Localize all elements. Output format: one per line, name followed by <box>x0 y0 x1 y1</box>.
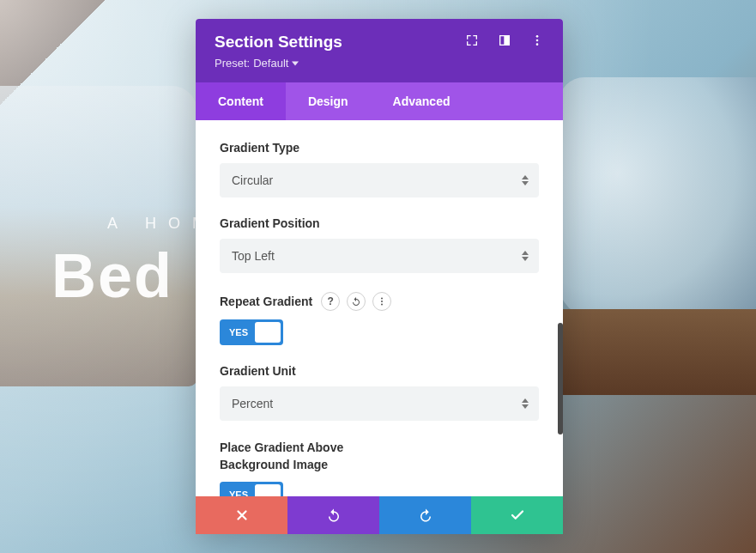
label-gradient-unit-text: Gradient Unit <box>220 364 296 378</box>
preset-dropdown[interactable]: Preset: Default <box>215 57 299 70</box>
modal-title-row: Section Settings <box>215 33 544 52</box>
svg-point-2 <box>536 43 539 46</box>
toggle-place-above-label: YES <box>222 489 255 496</box>
scrollbar-thumb[interactable] <box>558 323 563 434</box>
svg-point-4 <box>381 301 383 302</box>
tab-design[interactable]: Design <box>286 82 371 120</box>
label-gradient-type-text: Gradient Type <box>220 141 299 155</box>
toggle-repeat-gradient[interactable]: YES <box>220 319 283 345</box>
field-repeat-gradient: Repeat Gradient ? YES <box>220 292 539 345</box>
redo-icon <box>418 507 433 523</box>
check-icon <box>510 507 525 523</box>
label-place-above-line2: Background Image <box>220 457 539 474</box>
redo-button[interactable] <box>379 496 471 534</box>
svg-point-3 <box>381 298 383 300</box>
modal-title: Section Settings <box>215 33 342 52</box>
cancel-button[interactable] <box>196 496 287 534</box>
select-gradient-unit-value: Percent <box>232 397 273 410</box>
toggle-repeat-gradient-label: YES <box>222 327 255 337</box>
modal-body: Gradient Type Circular Gradient Position… <box>196 120 563 496</box>
tab-advanced[interactable]: Advanced <box>371 82 473 120</box>
field-place-above: Place Gradient Above Background Image YE… <box>220 440 539 496</box>
label-place-above: Place Gradient Above Background Image <box>220 440 539 473</box>
modal-tabs: Content Design Advanced <box>196 82 563 120</box>
field-gradient-position: Gradient Position Top Left <box>220 216 539 273</box>
select-gradient-unit[interactable]: Percent <box>220 386 539 421</box>
label-repeat-gradient: Repeat Gradient ? <box>220 292 539 311</box>
kebab-menu-icon[interactable] <box>372 292 391 311</box>
save-button[interactable] <box>471 496 563 534</box>
svg-point-0 <box>536 35 539 38</box>
undo-icon <box>326 507 342 523</box>
label-repeat-gradient-icons: ? <box>321 292 391 311</box>
modal-header: Section Settings Preset: Default <box>196 19 563 82</box>
toggle-place-above[interactable]: YES <box>220 482 283 496</box>
modal-footer <box>196 496 563 534</box>
help-icon[interactable]: ? <box>321 292 340 311</box>
select-arrows-icon <box>522 398 529 410</box>
modal-header-icons <box>465 33 544 51</box>
caret-down-icon <box>292 60 299 67</box>
preset-prefix: Preset: <box>215 57 250 70</box>
app-stage: A HOM Bed Section Settings Preset: Defau… <box>0 0 756 553</box>
select-gradient-position-value: Top Left <box>232 249 275 263</box>
toggle-knob <box>255 322 281 343</box>
label-gradient-position-text: Gradient Position <box>220 216 320 230</box>
bg-headline: Bed <box>51 240 173 311</box>
field-gradient-type: Gradient Type Circular <box>220 141 539 198</box>
label-place-above-line1: Place Gradient Above <box>220 440 539 457</box>
label-gradient-type: Gradient Type <box>220 141 539 155</box>
svg-point-1 <box>536 40 539 42</box>
svg-point-5 <box>381 304 383 306</box>
select-gradient-position[interactable]: Top Left <box>220 239 539 273</box>
undo-button[interactable] <box>287 496 379 534</box>
kebab-menu-icon[interactable] <box>530 33 544 51</box>
toggle-knob <box>255 484 281 496</box>
reset-icon[interactable] <box>347 292 366 311</box>
label-repeat-gradient-text: Repeat Gradient <box>220 295 312 308</box>
settings-modal: Section Settings Preset: Default Content… <box>196 19 563 534</box>
select-gradient-type[interactable]: Circular <box>220 163 539 198</box>
select-arrows-icon <box>522 251 529 262</box>
preset-value: Default <box>253 57 288 70</box>
select-arrows-icon <box>522 175 529 186</box>
expand-icon[interactable] <box>465 33 479 51</box>
select-gradient-type-value: Circular <box>232 173 273 187</box>
snap-icon[interactable] <box>498 33 511 51</box>
field-gradient-unit: Gradient Unit Percent <box>220 364 539 421</box>
close-icon <box>234 507 250 523</box>
label-gradient-position: Gradient Position <box>220 216 539 230</box>
tab-content[interactable]: Content <box>196 82 286 120</box>
label-gradient-unit: Gradient Unit <box>220 364 539 378</box>
